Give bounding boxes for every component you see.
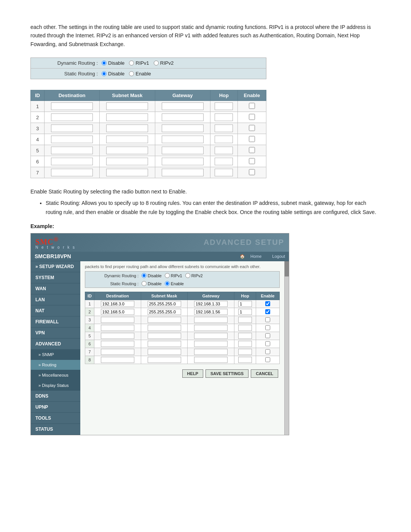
sidebar-item-lan[interactable]: LAN [31, 294, 80, 305]
enable-checkbox[interactable] [249, 103, 255, 109]
gateway-input[interactable] [162, 102, 204, 110]
gateway-input[interactable] [162, 113, 204, 121]
subnet-input[interactable] [106, 102, 148, 110]
sidebar-item-system[interactable]: SYSTEM [31, 272, 80, 283]
enable-checkbox[interactable] [249, 147, 255, 153]
sidebar-item-miscellaneous[interactable]: » Miscellaneous [31, 370, 80, 380]
dest-input[interactable] [51, 169, 93, 176]
dest-input[interactable] [101, 325, 134, 331]
hop-input[interactable] [215, 102, 233, 110]
subnet-input[interactable] [148, 333, 181, 339]
subnet-input[interactable] [148, 301, 181, 307]
gateway-input[interactable] [194, 357, 228, 363]
subnet-input[interactable] [106, 125, 148, 132]
sidebar-item-upnp[interactable]: UPnP [31, 402, 80, 413]
sidebar-item-firewall[interactable]: FIREWALL [31, 316, 80, 328]
hop-input[interactable] [215, 147, 233, 154]
scrollbar-track[interactable] [284, 261, 289, 435]
inner-static-disable[interactable]: Disable [142, 281, 162, 286]
hop-input[interactable] [238, 333, 252, 339]
dest-input[interactable] [51, 102, 93, 110]
subnet-input[interactable] [148, 341, 181, 347]
help-button[interactable]: HELP [182, 369, 203, 378]
gateway-input[interactable] [162, 147, 204, 154]
hop-input[interactable] [238, 325, 252, 331]
sidebar-item-routing[interactable]: » Routing [31, 360, 80, 370]
dest-input[interactable] [101, 357, 134, 363]
logout-link[interactable]: Logout [272, 254, 285, 259]
home-link[interactable]: Home [250, 254, 261, 259]
hop-input[interactable] [215, 125, 233, 132]
gateway-input[interactable] [194, 341, 228, 347]
enable-checkbox[interactable] [249, 114, 255, 120]
enable-checkbox[interactable] [249, 158, 255, 164]
save-settings-button[interactable]: SAVE SETTINGS [206, 369, 249, 378]
dest-input[interactable] [101, 301, 134, 307]
hop-input[interactable] [238, 317, 252, 323]
enable-checkbox[interactable] [265, 341, 270, 346]
subnet-input[interactable] [106, 113, 148, 121]
hop-input[interactable] [215, 158, 233, 165]
hop-input[interactable] [238, 357, 252, 363]
enable-checkbox[interactable] [265, 301, 270, 306]
gateway-input[interactable] [194, 301, 228, 307]
static-enable-option[interactable]: Enable [129, 71, 151, 77]
inner-dynamic-ripv1[interactable]: RIPv1 [165, 273, 182, 278]
sidebar-item-display-status[interactable]: » Display Status [31, 380, 80, 391]
gateway-input[interactable] [162, 158, 204, 165]
sidebar-item-wan[interactable]: WAN [31, 283, 80, 294]
subnet-input[interactable] [148, 309, 181, 315]
gateway-input[interactable] [194, 349, 228, 355]
dest-input[interactable] [101, 309, 134, 315]
scrollbar-thumb[interactable] [285, 261, 289, 276]
subnet-input[interactable] [106, 147, 148, 154]
subnet-input[interactable] [106, 136, 148, 143]
gateway-input[interactable] [162, 136, 204, 143]
sidebar-item-snmp[interactable]: » SNMP [31, 350, 80, 360]
subnet-input[interactable] [106, 158, 148, 165]
hop-input[interactable] [238, 341, 252, 347]
dest-input[interactable] [51, 158, 93, 165]
cancel-button[interactable]: CANCEL [251, 369, 278, 378]
inner-static-enable[interactable]: Enable [165, 281, 184, 286]
enable-checkbox[interactable] [265, 357, 270, 362]
gateway-input[interactable] [194, 325, 228, 331]
inner-dynamic-ripv2[interactable]: RIPv2 [185, 273, 203, 278]
hop-input[interactable] [215, 136, 233, 143]
dest-input[interactable] [101, 349, 134, 355]
sidebar-item-vpn[interactable]: VPN [31, 328, 80, 339]
enable-checkbox[interactable] [249, 169, 255, 175]
subnet-input[interactable] [148, 357, 181, 363]
dest-input[interactable] [51, 136, 93, 143]
sidebar-item-tools[interactable]: TOOLS [31, 413, 80, 424]
hop-input[interactable] [238, 301, 252, 307]
dynamic-ripv2-option[interactable]: RIPv2 [154, 60, 174, 66]
subnet-input[interactable] [106, 169, 148, 176]
dest-input[interactable] [51, 125, 93, 132]
static-disable-option[interactable]: Disable [102, 71, 124, 77]
gateway-input[interactable] [194, 333, 228, 339]
sidebar-item-advanced[interactable]: ADVANCED [31, 339, 80, 350]
hop-input[interactable] [215, 169, 233, 176]
hop-input[interactable] [215, 113, 233, 121]
gateway-input[interactable] [194, 317, 228, 323]
inner-dynamic-disable[interactable]: Disable [142, 273, 162, 278]
enable-checkbox[interactable] [265, 325, 270, 330]
sidebar-item-setup-wizard[interactable]: » SETUP WIZARD [31, 261, 80, 272]
hop-input[interactable] [238, 309, 252, 315]
hop-input[interactable] [238, 349, 252, 355]
enable-checkbox[interactable] [265, 349, 270, 354]
dynamic-disable-option[interactable]: Disable [102, 60, 124, 66]
dest-input[interactable] [101, 333, 134, 339]
enable-checkbox[interactable] [265, 333, 270, 338]
enable-checkbox[interactable] [265, 309, 270, 314]
sidebar-item-ddns[interactable]: DDNS [31, 391, 80, 402]
gateway-input[interactable] [162, 169, 204, 176]
subnet-input[interactable] [148, 349, 181, 355]
dynamic-ripv1-option[interactable]: RIPv1 [129, 60, 149, 66]
sidebar-item-nat[interactable]: NAT [31, 305, 80, 316]
dest-input[interactable] [101, 341, 134, 347]
dest-input[interactable] [51, 147, 93, 154]
sidebar-item-status[interactable]: STATUS [31, 424, 80, 435]
gateway-input[interactable] [162, 125, 204, 132]
